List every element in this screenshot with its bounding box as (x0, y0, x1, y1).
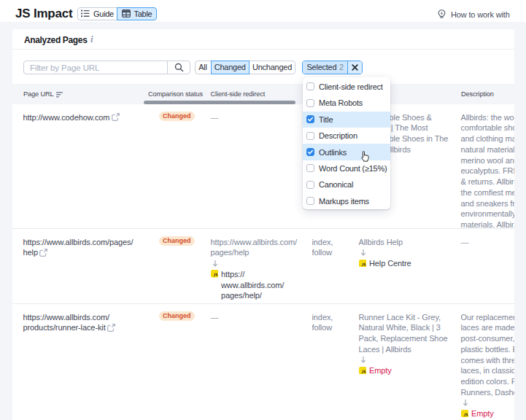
lightbulb-icon (438, 9, 446, 19)
cell-page-url: https://www.allbirds.com/ products/runne… (23, 304, 149, 333)
cell-client-side-redirect: — (211, 304, 310, 322)
cell-text-line: Allbirds Help (359, 237, 465, 248)
list-icon (81, 9, 90, 18)
table-tab[interactable]: Table (117, 7, 157, 20)
filter-url-input[interactable]: Filter by Page URL (23, 61, 190, 74)
table-row[interactable]: https://www.allbirds.com/pages/ help Cha… (12, 228, 514, 303)
empty-value-label: Empty (369, 365, 392, 376)
search-icon (174, 63, 184, 72)
card-title: Analyzed Pages (24, 35, 87, 45)
page-url-link[interactable]: help (23, 248, 38, 257)
cell-text-line: help (23, 247, 149, 258)
js-value-line: https:// (211, 269, 310, 280)
cell-text-line: post-consumer, recycled (461, 333, 515, 344)
cell-text-line: Runners, Dashers, and (461, 387, 515, 398)
cell-title: Allbirds Help Help Centre (359, 229, 465, 269)
page-url-link[interactable]: http://www.codehow.com (23, 113, 110, 122)
cell-text-line: pages/help (211, 247, 310, 258)
js-badge-icon (359, 260, 367, 268)
js-change-arrow (359, 247, 465, 258)
cell-text-line: Laces | Allbirds (359, 344, 465, 355)
cell-text-line: — (211, 112, 310, 123)
table-row[interactable]: http://www.codehow.com Changed — Comfort… (12, 104, 514, 228)
arrow-down-icon (360, 249, 367, 257)
column-header-page-url[interactable]: Page URL (23, 90, 54, 98)
column-header-description[interactable]: Description (461, 90, 494, 98)
column-header-client-side-redirect[interactable]: Client-side redirect (211, 90, 266, 98)
selected-columns-chip[interactable]: Selected 2 (302, 61, 363, 74)
checkbox-unchecked[interactable] (306, 181, 314, 189)
guide-tab[interactable]: Guide (77, 7, 117, 20)
page-title: JS Impact (15, 7, 73, 21)
selected-columns-count: 2 (339, 63, 344, 71)
cell-page-url: https://www.allbirds.com/pages/ help (23, 229, 149, 258)
cell-text-line: http://www.codehow.com (23, 112, 149, 123)
dropdown-item-client-side-redirect[interactable]: Client-side redirect (303, 79, 390, 95)
cell-text-line: and sneakers from (461, 198, 515, 209)
filter-all-button[interactable]: All (195, 61, 212, 74)
js-change-arrow (211, 258, 310, 269)
page-url-link[interactable]: products/runner-lace-kit (23, 323, 106, 332)
checkbox-unchecked[interactable] (306, 164, 314, 172)
table-tab-label: Table (134, 9, 152, 18)
cell-text-line: index, (312, 237, 357, 248)
cell-text-line: edition colors. For Wool (461, 376, 515, 387)
cell-text-line: laces, in classic or limited (461, 365, 515, 376)
js-badge-icon (461, 410, 469, 418)
dropdown-item-title[interactable]: Title (303, 112, 390, 128)
cell-text-line: comfortable shoes and (461, 122, 515, 133)
cell-meta-robots: index, follow (312, 304, 357, 333)
checkbox-unchecked[interactable] (306, 99, 314, 107)
cell-text-line: follow (312, 247, 357, 258)
cell-text-line: Allbirds: the world's most (461, 112, 515, 123)
js-badge-icon (359, 367, 367, 375)
cell-text-line: — (211, 312, 310, 323)
external-link-icon[interactable] (112, 113, 120, 121)
dropdown-item-label: Outlinks (319, 148, 347, 157)
dropdown-item-label: Canonical (319, 180, 353, 189)
external-link-icon[interactable] (39, 249, 47, 257)
cell-text-line: the comfiest merino wool (461, 187, 515, 198)
filter-changed-button[interactable]: Changed (211, 61, 250, 74)
cell-title: Runner Lace Kit - Grey, Natural White, B… (359, 304, 465, 376)
sort-icon[interactable] (56, 92, 63, 98)
table-row[interactable]: https://www.allbirds.com/ products/runne… (12, 303, 514, 420)
cell-description: — (461, 229, 515, 247)
cell-text-line: — (461, 237, 515, 248)
checkmark-icon (307, 149, 314, 155)
checkbox-checked[interactable] (306, 115, 314, 123)
cell-comparison-status: Changed (159, 104, 196, 122)
cell-text-line: Our replacement (461, 312, 515, 323)
dropdown-item-canonical[interactable]: Canonical (303, 176, 390, 192)
cell-text-line: https://www.allbirds.com/ (23, 312, 149, 323)
empty-value-label: Empty (471, 408, 494, 419)
dropdown-item-markups-items[interactable]: Markups items (303, 193, 390, 209)
external-link-icon[interactable] (107, 324, 115, 332)
dropdown-item-meta-robots[interactable]: Meta Robots (303, 95, 390, 111)
dropdown-item-description[interactable]: Description (303, 128, 390, 144)
search-button[interactable] (167, 61, 190, 74)
clear-selected-columns-button[interactable] (347, 61, 362, 74)
column-header-comparison-status[interactable]: Comparison status (148, 90, 203, 98)
cell-text-line: Natural White, Black | 3 (359, 322, 465, 333)
status-filter-group: All Changed Unchanged (195, 61, 296, 74)
selected-columns-main[interactable]: Selected 2 (303, 61, 347, 74)
checkmark-icon (307, 116, 314, 122)
dropdown-item-word-count[interactable]: Word Count (≥15%) (303, 160, 390, 176)
how-to-work-link[interactable]: How to work with (438, 9, 510, 19)
cell-client-side-redirect: — (211, 104, 310, 122)
cell-text-line: https://www.allbirds.com/pages/ (23, 237, 149, 248)
how-to-work-label: How to work with (451, 10, 510, 19)
post-js-value: Help Centre (369, 258, 411, 269)
checkbox-unchecked[interactable] (306, 197, 314, 205)
cell-text-line: laces are made from (461, 322, 515, 333)
checkbox-unchecked[interactable] (306, 82, 314, 90)
checkbox-unchecked[interactable] (306, 132, 314, 140)
cell-description: Our replacement laces are made from post… (461, 304, 515, 419)
dropdown-item-outlinks[interactable]: Outlinks (303, 144, 390, 160)
cell-page-url: http://www.codehow.com (23, 104, 149, 122)
cell-text-line: plastic bottles. Each kit (461, 344, 515, 355)
info-icon[interactable]: i (90, 34, 93, 45)
filter-unchanged-button[interactable]: Unchanged (249, 61, 295, 74)
checkbox-checked[interactable] (306, 148, 314, 156)
